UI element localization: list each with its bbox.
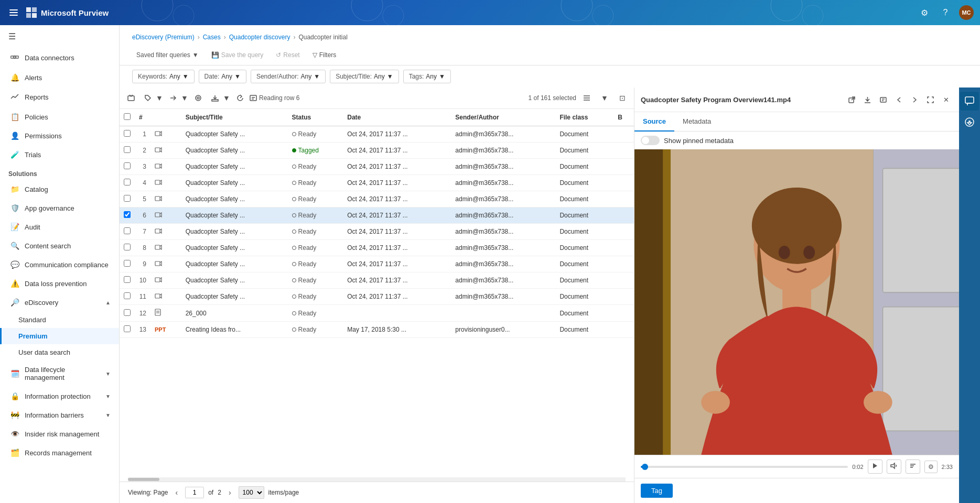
th-status[interactable]: Status: [288, 109, 343, 126]
tab-source[interactable]: Source: [634, 112, 674, 132]
row-checkbox[interactable]: [124, 325, 131, 332]
row-checkbox[interactable]: [124, 195, 131, 202]
sidebar-item-info-protection[interactable]: 🔒 Information protection ▼: [0, 387, 119, 406]
table-row[interactable]: 13PPTCreating Ideas fro...ReadyMay 17, 2…: [120, 322, 634, 338]
save-query-button[interactable]: 💾 Save the query: [207, 49, 268, 61]
fullscreen-button[interactable]: [923, 93, 937, 106]
hamburger-menu-icon[interactable]: [6, 5, 21, 20]
sidebar-item-audit[interactable]: 📝 Audit: [0, 217, 119, 236]
video-progress-bar[interactable]: [641, 466, 848, 468]
filters-button[interactable]: ▽ Filters: [308, 49, 341, 61]
sidebar-item-permissions[interactable]: 👤 Permissions: [0, 126, 119, 145]
close-preview-button[interactable]: ✕: [939, 93, 953, 106]
sidebar-item-data-connectors[interactable]: Data connectors: [0, 48, 119, 68]
move-dropdown-icon[interactable]: ▼: [180, 91, 189, 105]
sidebar-item-policies[interactable]: 📋 Policies: [0, 107, 119, 126]
row-checkbox[interactable]: [124, 179, 131, 185]
right-panel-message-icon[interactable]: [960, 113, 979, 132]
row-subject[interactable]: 26_000: [181, 305, 288, 322]
native-view-button[interactable]: [876, 93, 890, 106]
table-row[interactable]: 10Quadcopter Safety ...ReadyOct 24, 2017…: [120, 272, 634, 289]
sidebar-item-comm-compliance[interactable]: 💬 Communication compliance: [0, 255, 119, 274]
row-checkbox[interactable]: [124, 211, 131, 218]
sidebar-item-data-loss[interactable]: ⚠️ Data loss prevention: [0, 274, 119, 293]
sidebar-item-alerts[interactable]: 🔔 Alerts: [0, 68, 119, 87]
table-row[interactable]: 8Quadcopter Safety ...ReadyOct 24, 2017 …: [120, 240, 634, 256]
row-checkbox[interactable]: [124, 309, 131, 316]
row-subject[interactable]: Quadcopter Safety ...: [181, 143, 288, 159]
open-in-new-button[interactable]: [845, 93, 858, 106]
next-item-button[interactable]: [908, 93, 921, 106]
row-checkbox[interactable]: [124, 162, 131, 169]
play-button[interactable]: [868, 460, 882, 474]
sender-filter[interactable]: Sender/Author: Any ▼: [251, 70, 326, 83]
row-subject[interactable]: Quadcopter Safety ...: [181, 272, 288, 289]
row-subject[interactable]: Quadcopter Safety ...: [181, 256, 288, 272]
select-all-checkbox[interactable]: [124, 113, 131, 120]
subject-filter[interactable]: Subject/Title: Any ▼: [330, 70, 399, 83]
avatar[interactable]: MC: [959, 5, 974, 20]
row-checkbox[interactable]: [124, 146, 131, 153]
table-row[interactable]: 2Quadcopter Safety ...TaggedOct 24, 2017…: [120, 143, 634, 159]
table-row[interactable]: 1Quadcopter Safety ...ReadyOct 24, 2017 …: [120, 126, 634, 143]
volume-button[interactable]: [887, 460, 901, 474]
th-sender[interactable]: Sender/Author: [451, 109, 555, 126]
row-checkbox[interactable]: [124, 130, 131, 137]
date-filter[interactable]: Date: Any ▼: [199, 70, 246, 83]
row-subject[interactable]: Quadcopter Safety ...: [181, 289, 288, 305]
tab-metadata[interactable]: Metadata: [674, 112, 719, 132]
breadcrumb-quadcopter-discovery[interactable]: Quadcopter discovery: [229, 34, 290, 41]
refresh-button[interactable]: [233, 91, 247, 105]
collapse-panel-button[interactable]: ⊡: [615, 91, 630, 105]
move-right-button[interactable]: [166, 91, 180, 105]
sidebar-item-records-mgmt[interactable]: 🗂️ Records management: [0, 443, 119, 462]
sidebar-sub-user-data[interactable]: User data search: [0, 344, 119, 360]
breadcrumb-ediscovery[interactable]: eDiscovery (Premium): [132, 34, 195, 41]
tag-action-button[interactable]: [141, 91, 155, 105]
sidebar-item-reports[interactable]: Reports: [0, 87, 119, 107]
row-checkbox[interactable]: [124, 227, 131, 234]
row-subject[interactable]: Creating Ideas fro...: [181, 322, 288, 338]
table-row[interactable]: 9Quadcopter Safety ...ReadyOct 24, 2017 …: [120, 256, 634, 272]
table-row[interactable]: 4Quadcopter Safety ...ReadyOct 24, 2017 …: [120, 175, 634, 191]
view-options-button[interactable]: [579, 91, 594, 105]
download-button[interactable]: [208, 91, 222, 105]
help-icon[interactable]: ?: [938, 5, 953, 20]
prev-page-button[interactable]: ‹: [173, 487, 181, 498]
row-subject[interactable]: Quadcopter Safety ...: [181, 240, 288, 256]
horizontal-scrollbar[interactable]: [128, 477, 626, 482]
table-row[interactable]: 3Quadcopter Safety ...ReadyOct 24, 2017 …: [120, 159, 634, 175]
download-preview-button[interactable]: [860, 93, 874, 106]
tag-dropdown-icon[interactable]: ▼: [155, 91, 164, 105]
table-row[interactable]: 6Quadcopter Safety ...ReadyOct 24, 2017 …: [120, 207, 634, 224]
row-subject[interactable]: Quadcopter Safety ...: [181, 191, 288, 207]
th-date[interactable]: Date: [343, 109, 451, 126]
tag-button[interactable]: Tag: [641, 484, 673, 498]
sidebar-sub-premium[interactable]: Premium: [0, 328, 119, 344]
annotate-button[interactable]: [191, 91, 206, 105]
sidebar-hamburger[interactable]: ☰: [0, 25, 119, 48]
current-page-input[interactable]: [185, 487, 204, 498]
sidebar-item-content-search[interactable]: 🔍 Content search: [0, 236, 119, 255]
th-fileclass[interactable]: File class: [555, 109, 613, 126]
sidebar-sub-standard[interactable]: Standard: [0, 312, 119, 328]
row-checkbox[interactable]: [124, 276, 131, 283]
row-checkbox[interactable]: [124, 244, 131, 250]
settings-icon[interactable]: ⚙: [917, 5, 932, 20]
download-dropdown-icon[interactable]: ▼: [222, 91, 231, 105]
th-select-all[interactable]: [120, 109, 135, 126]
row-subject[interactable]: Quadcopter Safety ...: [181, 224, 288, 240]
keywords-filter[interactable]: Keywords: Any ▼: [132, 70, 195, 83]
reset-button[interactable]: ↺ Reset: [272, 49, 304, 61]
th-subject[interactable]: Subject/Title: [181, 109, 288, 126]
pinned-metadata-toggle[interactable]: [641, 136, 660, 145]
sidebar-item-info-barriers[interactable]: 🚧 Information barriers ▼: [0, 406, 119, 424]
row-subject[interactable]: Quadcopter Safety ...: [181, 175, 288, 191]
export-button[interactable]: [124, 91, 138, 105]
breadcrumb-cases[interactable]: Cases: [203, 34, 221, 41]
transcribe-button[interactable]: [906, 460, 920, 474]
row-subject[interactable]: Quadcopter Safety ...: [181, 126, 288, 143]
sidebar-item-insider-risk[interactable]: 👁️ Insider risk management: [0, 424, 119, 443]
right-panel-chat-icon[interactable]: [960, 92, 979, 111]
saved-filter-queries-button[interactable]: Saved filter queries ▼: [132, 49, 203, 61]
